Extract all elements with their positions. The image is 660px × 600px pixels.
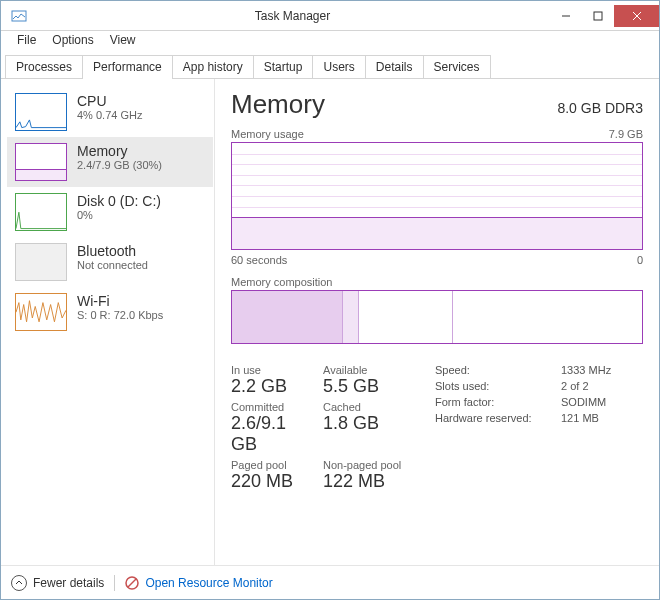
- sidebar-item-sub: S: 0 R: 72.0 Kbps: [77, 309, 163, 321]
- tab-app-history[interactable]: App history: [172, 55, 254, 78]
- stat-value: 1333 MHz: [561, 364, 631, 376]
- sidebar-item-title: Memory: [77, 143, 162, 159]
- app-icon: [11, 8, 27, 24]
- sidebar-item-title: Disk 0 (D: C:): [77, 193, 161, 209]
- stat-label: Committed: [231, 401, 311, 413]
- memory-usage-chart: [231, 142, 643, 250]
- usage-label: Memory usage: [231, 128, 304, 140]
- sidebar-item-memory[interactable]: Memory 2.4/7.9 GB (30%): [7, 137, 213, 187]
- stat-label: Slots used:: [435, 380, 555, 392]
- memory-thumb: [15, 143, 67, 181]
- stat-label: Available: [323, 364, 411, 376]
- tab-details[interactable]: Details: [365, 55, 424, 78]
- memory-spec: 8.0 GB DDR3: [557, 100, 643, 116]
- page-title: Memory: [231, 89, 325, 120]
- comp-free: [453, 291, 642, 343]
- content: CPU 4% 0.74 GHz Memory 2.4/7.9 GB (30%) …: [1, 79, 659, 565]
- stat-value: 1.8 GB: [323, 413, 411, 434]
- sidebar: CPU 4% 0.74 GHz Memory 2.4/7.9 GB (30%) …: [1, 79, 215, 565]
- stat-value: 121 MB: [561, 412, 631, 424]
- stats-left: In use2.2 GB Available5.5 GB Committed2.…: [231, 364, 411, 492]
- maximize-button[interactable]: [582, 5, 614, 27]
- open-resource-monitor-link[interactable]: Open Resource Monitor: [125, 576, 272, 590]
- minimize-button[interactable]: [550, 5, 582, 27]
- stat-value: SODIMM: [561, 396, 631, 408]
- stats-right: Speed:1333 MHz Slots used:2 of 2 Form fa…: [435, 364, 631, 492]
- divider: [114, 575, 115, 591]
- stat-value: 220 MB: [231, 471, 311, 492]
- stat-label: Non-paged pool: [323, 459, 411, 471]
- axis-right: 0: [637, 254, 643, 266]
- composition-label: Memory composition: [231, 276, 643, 288]
- stats: In use2.2 GB Available5.5 GB Committed2.…: [231, 364, 643, 492]
- comp-inuse: [232, 291, 343, 343]
- tab-performance[interactable]: Performance: [82, 55, 173, 79]
- chevron-up-icon: [11, 575, 27, 591]
- stat-label: Hardware reserved:: [435, 412, 555, 424]
- sidebar-item-sub: 2.4/7.9 GB (30%): [77, 159, 162, 171]
- chart-axis: 60 seconds 0: [231, 254, 643, 266]
- svg-rect-2: [594, 12, 602, 20]
- footer: Fewer details Open Resource Monitor: [1, 565, 659, 599]
- main-panel: Memory 8.0 GB DDR3 Memory usage 7.9 GB 6…: [225, 79, 659, 565]
- sidebar-item-disk[interactable]: Disk 0 (D: C:) 0%: [7, 187, 213, 237]
- close-button[interactable]: [614, 5, 659, 27]
- bluetooth-thumb: [15, 243, 67, 281]
- sidebar-item-title: CPU: [77, 93, 142, 109]
- disk-thumb: [15, 193, 67, 231]
- tab-services[interactable]: Services: [423, 55, 491, 78]
- menubar: File Options View: [1, 31, 659, 53]
- fewer-details-label: Fewer details: [33, 576, 104, 590]
- tabstrip: Processes Performance App history Startu…: [1, 53, 659, 79]
- sidebar-item-cpu[interactable]: CPU 4% 0.74 GHz: [7, 87, 213, 137]
- stat-label: Speed:: [435, 364, 555, 376]
- svg-line-6: [128, 579, 136, 587]
- tab-processes[interactable]: Processes: [5, 55, 83, 78]
- stat-value: 2.6/9.1 GB: [231, 413, 311, 455]
- stat-value: 2 of 2: [561, 380, 631, 392]
- sidebar-item-title: Bluetooth: [77, 243, 148, 259]
- stat-value: 5.5 GB: [323, 376, 411, 397]
- main-header: Memory 8.0 GB DDR3: [231, 89, 643, 120]
- memory-composition-chart: [231, 290, 643, 344]
- stat-value: 122 MB: [323, 471, 411, 492]
- stat-label: Paged pool: [231, 459, 311, 471]
- stat-value: 2.2 GB: [231, 376, 311, 397]
- sidebar-item-sub: 0%: [77, 209, 161, 221]
- menu-file[interactable]: File: [9, 31, 44, 53]
- cpu-thumb: [15, 93, 67, 131]
- stat-label: Cached: [323, 401, 411, 413]
- sidebar-item-sub: Not connected: [77, 259, 148, 271]
- sidebar-item-bluetooth[interactable]: Bluetooth Not connected: [7, 237, 213, 287]
- window-controls: [550, 5, 659, 27]
- sidebar-item-title: Wi-Fi: [77, 293, 163, 309]
- usage-chart-label: Memory usage 7.9 GB: [231, 128, 643, 140]
- comp-standby: [359, 291, 453, 343]
- titlebar: Task Manager: [1, 1, 659, 31]
- resource-monitor-label: Open Resource Monitor: [145, 576, 272, 590]
- wifi-thumb: [15, 293, 67, 331]
- comp-modified: [343, 291, 359, 343]
- resource-monitor-icon: [125, 576, 139, 590]
- sidebar-item-wifi[interactable]: Wi-Fi S: 0 R: 72.0 Kbps: [7, 287, 213, 337]
- stat-label: Form factor:: [435, 396, 555, 408]
- tab-startup[interactable]: Startup: [253, 55, 314, 78]
- menu-view[interactable]: View: [102, 31, 144, 53]
- fewer-details-button[interactable]: Fewer details: [11, 575, 104, 591]
- usage-max: 7.9 GB: [609, 128, 643, 140]
- window-title: Task Manager: [35, 9, 550, 23]
- axis-left: 60 seconds: [231, 254, 287, 266]
- menu-options[interactable]: Options: [44, 31, 101, 53]
- sidebar-item-sub: 4% 0.74 GHz: [77, 109, 142, 121]
- stat-label: In use: [231, 364, 311, 376]
- tab-users[interactable]: Users: [312, 55, 365, 78]
